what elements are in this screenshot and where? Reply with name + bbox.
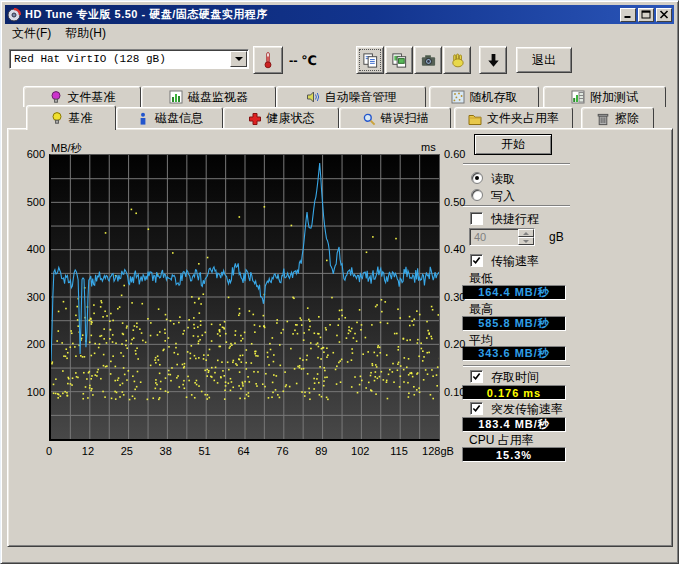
burst-rate-checkbox[interactable] bbox=[470, 402, 483, 415]
exit-button[interactable]: 退出 bbox=[516, 47, 572, 73]
burst-rate-label: 突发传输速率 bbox=[491, 401, 563, 418]
folder-icon bbox=[468, 112, 482, 126]
left-axis-title: MB/秒 bbox=[51, 141, 82, 156]
axis-tick-label: 0.20 bbox=[444, 338, 465, 350]
screenshot-button[interactable] bbox=[414, 46, 442, 74]
temperature-readout: -- ℃ bbox=[289, 53, 317, 68]
chevron-up-icon bbox=[523, 232, 529, 235]
spinner-up-button[interactable] bbox=[518, 229, 534, 237]
tab-label: 磁盘信息 bbox=[155, 110, 203, 127]
health-cross-icon bbox=[248, 112, 262, 126]
axis-tick-label: 0.40 bbox=[444, 243, 465, 255]
tab-label: 健康状态 bbox=[267, 110, 315, 127]
start-button[interactable]: 开始 bbox=[474, 134, 552, 155]
separator bbox=[463, 365, 570, 367]
close-icon bbox=[659, 10, 669, 19]
axis-tick-label: 0 bbox=[46, 445, 52, 457]
right-axis-title: ms bbox=[421, 141, 436, 153]
axis-tick-label: 400 bbox=[21, 243, 45, 255]
short-stroke-label: 快捷行程 bbox=[491, 211, 539, 228]
access-time-checkbox[interactable] bbox=[470, 370, 483, 383]
exit-button-label: 退出 bbox=[532, 52, 556, 69]
maximize-button[interactable] bbox=[638, 8, 654, 22]
tab-label: 自动噪音管理 bbox=[325, 89, 397, 106]
tab-random-access[interactable]: 随机存取 bbox=[429, 86, 539, 107]
access-time-display: 0.176 ms bbox=[462, 385, 566, 400]
menu-file[interactable]: 文件(F) bbox=[5, 23, 58, 44]
copy-image-button[interactable] bbox=[385, 46, 413, 74]
tab-folder-usage[interactable]: 文件夹占用率 bbox=[454, 107, 573, 129]
drive-select-value: Red Hat VirtIO (128 gB) bbox=[10, 53, 230, 65]
tab-label: 擦除 bbox=[615, 110, 639, 127]
drive-select-arrow[interactable] bbox=[230, 51, 247, 67]
drive-select[interactable]: Red Hat VirtIO (128 gB) bbox=[9, 49, 249, 69]
transfer-rate-label: 传输速率 bbox=[491, 253, 539, 270]
axis-tick-label: 115 bbox=[390, 445, 408, 457]
separator bbox=[463, 163, 570, 165]
axis-tick-label: 200 bbox=[21, 338, 45, 350]
tab-benchmark-active[interactable]: 基准 bbox=[26, 105, 116, 130]
tab-label: 文件基准 bbox=[68, 89, 116, 106]
axis-tick-label: 128gB bbox=[422, 445, 454, 457]
copy-text-icon bbox=[362, 52, 379, 69]
avg-value-display: 343.6 MB/秒 bbox=[462, 346, 566, 361]
tab-file-benchmark[interactable]: 文件基准 bbox=[23, 86, 141, 107]
axis-tick-label: 300 bbox=[21, 291, 45, 303]
bar-chart-icon bbox=[169, 90, 183, 104]
transfer-rate-checkbox[interactable] bbox=[470, 254, 483, 267]
capacity-unit-label: gB bbox=[549, 230, 564, 244]
window-title: HD Tune 专业版 5.50 - 硬盘/固态硬盘实用程序 bbox=[25, 7, 618, 22]
axis-tick-label: 102 bbox=[351, 445, 369, 457]
copy-text-button[interactable] bbox=[356, 46, 384, 74]
axis-tick-label: 500 bbox=[21, 196, 45, 208]
capacity-spinner[interactable]: 40 bbox=[469, 228, 535, 246]
axis-tick-label: 0.50 bbox=[444, 196, 465, 208]
close-button[interactable] bbox=[656, 8, 672, 22]
speaker-icon bbox=[306, 90, 320, 104]
axis-tick-label: 600 bbox=[21, 148, 45, 160]
axis-tick-label: 25 bbox=[121, 445, 133, 457]
menu-help[interactable]: 帮助(H) bbox=[58, 23, 113, 44]
random-dots-icon bbox=[451, 90, 465, 104]
tab-aam[interactable]: 自动噪音管理 bbox=[276, 86, 426, 107]
grab-results-button[interactable] bbox=[443, 46, 471, 74]
tab-label: 附加测试 bbox=[590, 89, 638, 106]
check-icon bbox=[472, 404, 481, 413]
axis-tick-label: 0.30 bbox=[444, 291, 465, 303]
tab-label: 磁盘监视器 bbox=[188, 89, 248, 106]
read-radio[interactable] bbox=[471, 172, 483, 184]
tab-label: 随机存取 bbox=[470, 89, 518, 106]
tab-label: 错误扫描 bbox=[381, 110, 429, 127]
check-icon bbox=[472, 372, 481, 381]
chart-canvas bbox=[51, 155, 439, 439]
minimize-icon bbox=[623, 10, 633, 19]
tab-health[interactable]: 健康状态 bbox=[223, 107, 339, 129]
save-down-button[interactable] bbox=[479, 46, 507, 74]
tab-error-scan[interactable]: 错误扫描 bbox=[339, 107, 451, 129]
bulb-purple-icon bbox=[49, 90, 63, 104]
write-radio[interactable] bbox=[471, 189, 483, 201]
temperature-button[interactable] bbox=[253, 46, 283, 74]
menubar: 文件(F) 帮助(H) bbox=[5, 24, 674, 43]
burst-rate-display: 183.4 MB/秒 bbox=[462, 417, 566, 432]
check-icon bbox=[472, 256, 481, 265]
read-label: 读取 bbox=[491, 171, 515, 188]
tab-disk-info[interactable]: 磁盘信息 bbox=[116, 107, 223, 129]
chevron-down-icon bbox=[235, 57, 243, 61]
spinner-down-button[interactable] bbox=[518, 237, 534, 245]
hand-icon bbox=[449, 52, 466, 69]
arrow-down-icon bbox=[485, 52, 502, 69]
camera-icon bbox=[420, 52, 437, 69]
trash-icon bbox=[596, 112, 610, 126]
axis-tick-label: 0.60 bbox=[444, 148, 465, 160]
access-time-label: 存取时间 bbox=[491, 369, 539, 386]
tab-erase[interactable]: 擦除 bbox=[581, 107, 654, 129]
minimize-button[interactable] bbox=[620, 8, 636, 22]
axis-tick-label: 89 bbox=[315, 445, 327, 457]
axis-tick-label: 38 bbox=[160, 445, 172, 457]
extra-tests-icon bbox=[571, 90, 585, 104]
tab-disk-monitor[interactable]: 磁盘监视器 bbox=[141, 86, 276, 107]
short-stroke-checkbox[interactable] bbox=[470, 212, 483, 225]
bulb-yellow-icon bbox=[50, 111, 64, 125]
tab-extra-tests[interactable]: 附加测试 bbox=[543, 86, 666, 107]
